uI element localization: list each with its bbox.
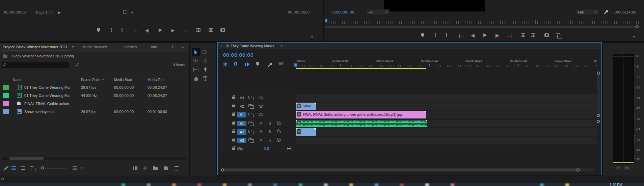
tab-overflow-icon[interactable]: »: [182, 45, 184, 49]
taskbar-app-icon[interactable]: [197, 183, 201, 186]
comparison-view-icon[interactable]: [556, 33, 560, 36]
fx-badge[interactable]: fx: [297, 129, 301, 134]
taskbar-app-icon[interactable]: [147, 183, 151, 186]
taskbar-app-icon[interactable]: [451, 183, 454, 186]
playhead-line[interactable]: [296, 68, 296, 167]
new-item-icon[interactable]: [164, 166, 168, 170]
col-media-start[interactable]: Media Start: [114, 78, 132, 82]
zoom-level-dropdown[interactable]: Fit ∨: [366, 9, 390, 15]
snap-magnet-icon[interactable]: [234, 62, 237, 65]
timeline-scrollbar-thumb[interactable]: [222, 168, 579, 171]
slip-tool[interactable]: [192, 66, 200, 73]
voiceover-mic-icon[interactable]: [277, 121, 279, 124]
sort-options-icon[interactable]: [73, 166, 77, 170]
taskbar-app-icon[interactable]: [248, 183, 252, 186]
tab-libraries[interactable]: Libraries: [123, 45, 137, 49]
zoom-slider-knob[interactable]: [41, 166, 44, 169]
go-to-out-icon[interactable]: →|: [182, 28, 187, 32]
work-area-bar[interactable]: [296, 68, 426, 69]
play-icon[interactable]: ▶: [483, 33, 487, 37]
bin-scrollbar-thumb[interactable]: [9, 157, 44, 160]
playback-resolution-dropdown[interactable]: Full ∨: [575, 9, 599, 15]
program-zoom-scrollbar[interactable]: [325, 26, 638, 28]
toggle-track-output-eye-icon[interactable]: [259, 105, 263, 108]
label-color-swatch[interactable]: [3, 101, 9, 106]
track-v2-lane[interactable]: [296, 103, 597, 110]
track-target-a1[interactable]: A1: [237, 121, 246, 126]
timeline-vscroll-handle-top[interactable]: [597, 72, 600, 75]
lock-icon[interactable]: [232, 148, 235, 150]
timeline-vscroll-handle-bottom[interactable]: [597, 114, 600, 117]
sort-chevron-icon[interactable]: ∨: [81, 167, 83, 170]
extract-icon[interactable]: [531, 33, 535, 37]
settings-grid-icon[interactable]: [123, 10, 127, 14]
delete-icon[interactable]: [175, 167, 178, 170]
fx-badge[interactable]: fx: [297, 121, 301, 125]
taskbar-app-icon[interactable]: [324, 183, 328, 186]
taskbar-app-icon[interactable]: [540, 183, 544, 186]
bin-row-image[interactable]: FINAL FINAL Gothic achter: [0, 100, 189, 108]
tab-media-browser[interactable]: Media Browser: [82, 45, 107, 49]
taskbar-app-icon[interactable]: [565, 183, 569, 186]
bin-item-name[interactable]: FINAL FINAL Gothic achter: [24, 102, 78, 106]
taskbar-app-icon[interactable]: [223, 183, 226, 186]
lock-icon[interactable]: [232, 131, 235, 133]
timeline-horizontal-scrollbar[interactable]: [220, 168, 593, 171]
program-timecode[interactable]: 00;00;00;00: [332, 10, 354, 14]
track-target-v3[interactable]: V3: [237, 95, 246, 101]
sequence-duration-timecode[interactable]: 00;06;24;08: [615, 10, 637, 14]
bin-row-sequence[interactable]: 01 They Came Wearing Ma 29.97 fps 00;00;…: [0, 83, 189, 91]
sync-lock-icon[interactable]: [248, 122, 252, 124]
track-target-v1[interactable]: V1: [237, 112, 246, 117]
track-target-a3[interactable]: A3: [237, 138, 246, 143]
mix-gain-value[interactable]: 0.0: [264, 147, 269, 151]
tab-info[interactable]: Info: [151, 45, 157, 49]
col-name[interactable]: Name: [13, 78, 22, 82]
sort-ascending-icon[interactable]: ∧: [102, 78, 104, 81]
lift-icon[interactable]: [521, 33, 525, 37]
timeline-menu-icon[interactable]: ≡: [280, 44, 283, 48]
linked-selection-icon[interactable]: [245, 62, 250, 67]
step-forward-icon[interactable]: |▶: [495, 33, 499, 37]
sync-lock-icon[interactable]: [248, 113, 252, 115]
mark-in-icon[interactable]: {: [434, 33, 436, 37]
taskbar-clock[interactable]: 1:40 PM: [610, 183, 622, 186]
step-back-icon[interactable]: ◀|: [145, 28, 149, 32]
play-icon[interactable]: ▶: [159, 28, 162, 32]
taskbar-app-icon[interactable]: [349, 183, 353, 186]
freeform-view-icon[interactable]: [30, 166, 33, 169]
mark-out-icon[interactable]: }: [446, 33, 447, 37]
source-timecode[interactable]: 00;00;00;00: [4, 10, 26, 14]
track-target-v2[interactable]: V2: [237, 104, 246, 109]
clip-audio-a1[interactable]: fx: [296, 120, 427, 127]
icon-view-icon[interactable]: [21, 166, 25, 170]
solo-left-button[interactable]: S: [616, 166, 621, 170]
timeline-timecode[interactable]: 00;00;00;00: [223, 52, 253, 58]
sync-lock-icon[interactable]: [248, 104, 252, 107]
sync-lock-icon[interactable]: [248, 96, 252, 99]
page-selector-dropdown[interactable]: Page 1 ∨: [34, 9, 55, 15]
mark-out-icon[interactable]: }: [121, 28, 123, 32]
taskbar-app-icon[interactable]: [425, 183, 429, 186]
bin-item-name[interactable]: 01 They Came Wearing Ma: [24, 85, 78, 89]
track-a2-lane[interactable]: [296, 128, 597, 136]
bin-item-name[interactable]: Snow overlay.mp4: [24, 110, 78, 114]
add-marker-icon[interactable]: [421, 33, 424, 37]
button-editor-plus[interactable]: +: [633, 34, 636, 39]
audio-vscroll-handle[interactable]: [597, 120, 600, 123]
timeline-zoom-handle-left[interactable]: [221, 168, 224, 171]
ripple-edit-tool[interactable]: [192, 57, 200, 64]
solo-button[interactable]: S: [269, 122, 271, 125]
tab-effects-truncated[interactable]: E: [172, 45, 175, 49]
type-tool[interactable]: [201, 75, 209, 82]
bin-row-audio[interactable]: 01 They Came Wearing Ma 44100 Hz 00;00;0…: [0, 91, 189, 100]
add-edit-icon[interactable]: +: [131, 10, 134, 15]
lock-icon[interactable]: [232, 139, 235, 141]
go-to-in-icon[interactable]: |←: [134, 28, 139, 32]
timeline-vertical-scrollbar[interactable]: [597, 72, 600, 118]
track-a3-lane[interactable]: [296, 137, 597, 144]
timeline-settings-wrench-icon[interactable]: [267, 62, 272, 67]
taskbar-app-icon[interactable]: [172, 183, 176, 186]
add-marker-icon[interactable]: [97, 28, 100, 32]
fx-badge[interactable]: fx: [297, 104, 301, 108]
